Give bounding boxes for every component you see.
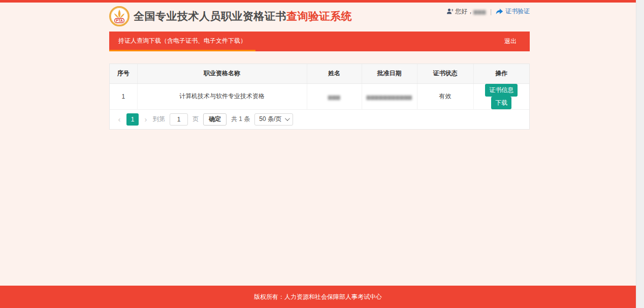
col-header-approval-date: 批准日期: [362, 64, 417, 83]
site-title: 全国专业技术人员职业资格证书查询验证系统: [134, 9, 352, 23]
results-table: 序号 职业资格名称 姓名 批准日期 证书状态 操作 1 计算机技术与软件专业技术…: [110, 64, 529, 110]
col-header-index: 序号: [110, 64, 137, 83]
current-page-button[interactable]: 1: [126, 113, 139, 126]
logout-button[interactable]: 退出: [504, 32, 530, 51]
masked-approval-date: ▆▆▆▆▆▆▆▆▆▆▆: [366, 94, 412, 100]
masked-user-name: ▆▆▆: [473, 9, 486, 14]
page-size-value: 50 条/页: [259, 115, 281, 124]
col-header-qualification: 职业资格名称: [137, 64, 307, 83]
site-header: PTA 全国专业技术人员职业资格证书查询验证系统 您好， ▆▆▆ |: [109, 3, 530, 32]
prev-page-icon[interactable]: ‹: [117, 114, 122, 125]
table-row: 1 计算机技术与软件专业技术资格 ▆▆▆ ▆▆▆▆▆▆▆▆▆▆▆ 有效 证书信息…: [110, 83, 529, 109]
col-header-status: 证书状态: [417, 64, 473, 83]
tab-holder-query-download[interactable]: 持证人查询下载（含电子证书、电子文件下载）: [109, 32, 255, 51]
site-title-accent: 查询验证系统: [286, 10, 352, 22]
goto-confirm-button[interactable]: 确定: [203, 113, 227, 126]
nav-bar: 持证人查询下载（含电子证书、电子文件下载） 退出: [109, 32, 530, 51]
masked-holder-name: ▆▆▆: [328, 94, 341, 100]
goto-page-input[interactable]: [170, 113, 188, 126]
cell-approval-date: ▆▆▆▆▆▆▆▆▆▆▆: [362, 83, 417, 109]
total-count-label: 共 1 条: [231, 115, 250, 124]
cell-actions: 证书信息 下载: [473, 83, 529, 109]
pta-logo-icon: PTA: [109, 6, 130, 26]
goto-suffix-label: 页: [192, 115, 199, 124]
chevron-down-icon: [285, 116, 290, 121]
next-page-icon[interactable]: ›: [143, 114, 148, 125]
pagination: ‹ 1 › 到第 页 确定 共 1 条 50 条/页: [110, 110, 529, 129]
user-icon: [446, 8, 453, 15]
certificate-verify-label: 证书验证: [505, 7, 530, 16]
svg-text:PTA: PTA: [116, 19, 123, 23]
cell-status: 有效: [417, 83, 473, 109]
download-button[interactable]: 下载: [491, 97, 511, 109]
brand: PTA 全国专业技术人员职业资格证书查询验证系统: [109, 6, 352, 26]
main-content: PTA 全国专业技术人员职业资格证书查询验证系统 您好， ▆▆▆ |: [109, 3, 530, 130]
page-size-select[interactable]: 50 条/页: [254, 113, 293, 126]
cell-qualification: 计算机技术与软件专业技术资格: [137, 83, 307, 109]
certificate-info-button[interactable]: 证书信息: [485, 84, 518, 97]
copyright-text: 版权所有：人力资源和社会保障部人事考试中心: [254, 293, 382, 300]
user-bar: 您好， ▆▆▆ | 证书验证: [446, 7, 530, 16]
goto-prefix-label: 到第: [153, 115, 165, 124]
certificate-verify-link[interactable]: 证书验证: [496, 7, 530, 16]
col-header-actions: 操作: [473, 64, 529, 83]
table-header-row: 序号 职业资格名称 姓名 批准日期 证书状态 操作: [110, 64, 529, 83]
separator: |: [490, 8, 492, 15]
cell-index: 1: [110, 83, 137, 109]
scrollbar[interactable]: [636, 0, 644, 308]
footer: 版权所有：人力资源和社会保障部人事考试中心: [0, 286, 636, 308]
col-header-name: 姓名: [307, 64, 362, 83]
site-title-main: 全国专业技术人员职业资格证书: [134, 10, 286, 22]
share-arrow-icon: [496, 8, 503, 15]
greeting-text: 您好，: [455, 7, 473, 16]
results-card: 序号 职业资格名称 姓名 批准日期 证书状态 操作 1 计算机技术与软件专业技术…: [109, 64, 530, 130]
cell-name: ▆▆▆: [307, 83, 362, 109]
